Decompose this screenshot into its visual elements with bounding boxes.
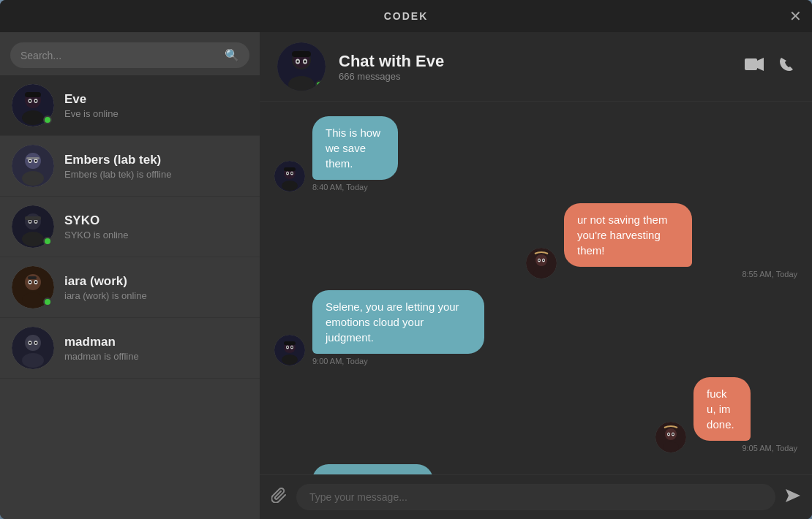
svg-rect-67 [284, 341, 296, 345]
contact-item-madman[interactable]: madman madman is offline [0, 318, 260, 379]
main-area: 🔍 Eve Eve is online Embers (lab tek) E [0, 32, 812, 519]
msg-time-1: 8:40 AM, Today [312, 183, 467, 192]
phone-call-button[interactable] [778, 56, 794, 77]
svg-point-17 [25, 213, 41, 230]
chat-header-avatar [277, 42, 326, 91]
msg-bubble-3: Selene, you are letting your emotions cl… [312, 290, 484, 354]
online-dot-syko [43, 237, 52, 246]
svg-point-20 [29, 221, 31, 223]
avatar-wrap-iara [12, 266, 54, 308]
contact-item-eve[interactable]: Eve Eve is online [0, 75, 260, 136]
attach-button[interactable] [271, 487, 287, 507]
chat-header-count: 666 messages [339, 71, 732, 82]
svg-point-63 [543, 260, 544, 261]
svg-point-71 [291, 346, 293, 348]
svg-point-72 [282, 355, 298, 365]
attach-icon [271, 487, 287, 503]
msg-col-1: This is how we save them. 8:40 AM, Today [312, 116, 467, 192]
chat-header-icons [745, 56, 794, 77]
search-icon: 🔍 [225, 48, 239, 62]
phone-icon [778, 56, 794, 72]
contact-status-embers: Embers (lab tek) is offline [64, 169, 248, 180]
svg-point-56 [291, 173, 293, 174]
contact-status-madman: madman is offline [64, 351, 248, 362]
chat-header-name: Chat with Eve [339, 52, 732, 71]
video-call-button[interactable] [745, 57, 764, 76]
svg-point-36 [29, 342, 31, 344]
msg-bubble-5: And where exactly are you going to go? [312, 464, 433, 474]
svg-point-31 [22, 292, 44, 307]
svg-point-7 [22, 110, 44, 125]
svg-point-79 [663, 442, 679, 452]
app-window: CODEK ✕ 🔍 Eve Eve is online [0, 0, 812, 519]
online-dot-eve [43, 115, 52, 124]
svg-point-46 [297, 61, 299, 63]
avatar-wrap-eve [12, 84, 54, 126]
svg-point-13 [35, 160, 37, 162]
svg-rect-48 [745, 58, 757, 70]
svg-point-9 [25, 153, 41, 169]
svg-point-77 [668, 433, 669, 435]
contact-info-madman: madman madman is offline [64, 335, 248, 362]
svg-point-23 [22, 232, 44, 246]
avatar-madman [12, 327, 54, 369]
contact-info-embers: Embers (lab tek) Embers (lab tek) is off… [64, 153, 248, 180]
send-button[interactable] [784, 488, 800, 507]
message-row-4: fuck u, im done. 9:05 AM, Today [274, 377, 797, 452]
chat-header: Chat with Eve 666 messages [260, 32, 812, 102]
svg-point-74 [665, 428, 677, 440]
chat-input-area [260, 474, 812, 519]
avatar-wrap-embers [12, 145, 54, 187]
contact-item-syko[interactable]: SYKO SYKO is online [0, 197, 260, 257]
search-input[interactable] [20, 50, 225, 61]
svg-point-5 [29, 100, 31, 102]
contact-item-iara[interactable]: iara (work) iara (work) is online [0, 257, 260, 318]
msg-avatar-2 [526, 248, 557, 279]
msg-bubble-1: This is how we save them. [312, 116, 398, 180]
msg-col-5: And where exactly are you going to go? [312, 464, 532, 474]
msg-col-2: ur not saving them you're harvesting the… [564, 203, 797, 279]
contact-info-iara: iara (work) iara (work) is online [64, 274, 248, 301]
svg-point-21 [35, 221, 37, 223]
svg-rect-52 [284, 167, 296, 171]
msg-col-3: Selene, you are letting your emotions cl… [312, 290, 625, 365]
message-row-3: Selene, you are letting your emotions cl… [274, 290, 797, 365]
contact-name-eve: Eve [64, 92, 248, 107]
contact-status-eve: Eve is online [64, 108, 248, 119]
message-row-1: This is how we save them. 8:40 AM, Today [274, 116, 797, 192]
msg-time-4: 9:05 AM, Today [693, 444, 797, 452]
svg-point-37 [35, 342, 37, 344]
svg-rect-43 [292, 51, 311, 57]
app-title: CODEK [384, 10, 429, 22]
svg-point-28 [29, 281, 31, 284]
svg-point-78 [672, 433, 674, 435]
svg-point-47 [304, 61, 307, 63]
avatar-wrap-syko [12, 205, 54, 248]
msg-bubble-4: fuck u, im done. [693, 377, 751, 441]
msg-bubble-2: ur not saving them you're harvesting the… [564, 203, 692, 267]
message-input[interactable] [296, 484, 775, 510]
contact-status-syko: SYKO is online [64, 230, 248, 240]
svg-point-6 [35, 100, 37, 102]
contact-name-iara: iara (work) [64, 274, 248, 289]
send-icon [784, 488, 800, 504]
contact-status-iara: iara (work) is online [64, 290, 248, 301]
title-bar: CODEK ✕ [0, 0, 812, 32]
svg-marker-88 [786, 489, 800, 502]
search-bar: 🔍 [0, 32, 260, 75]
svg-point-57 [282, 181, 298, 191]
msg-col-4: fuck u, im done. 9:05 AM, Today [693, 377, 797, 452]
svg-point-29 [35, 281, 37, 284]
svg-point-38 [22, 353, 44, 368]
video-icon [745, 57, 764, 72]
search-wrap: 🔍 [10, 42, 249, 68]
avatar-wrap-madman [12, 327, 54, 369]
contact-name-madman: madman [64, 335, 248, 349]
svg-point-64 [533, 268, 549, 278]
close-button[interactable]: ✕ [789, 9, 802, 23]
msg-time-2: 8:55 AM, Today [564, 270, 797, 279]
contact-info-eve: Eve Eve is online [64, 92, 248, 119]
svg-point-70 [287, 346, 288, 348]
svg-point-15 [22, 171, 44, 186]
contact-item-embers[interactable]: Embers (lab tek) Embers (lab tek) is off… [0, 136, 260, 197]
